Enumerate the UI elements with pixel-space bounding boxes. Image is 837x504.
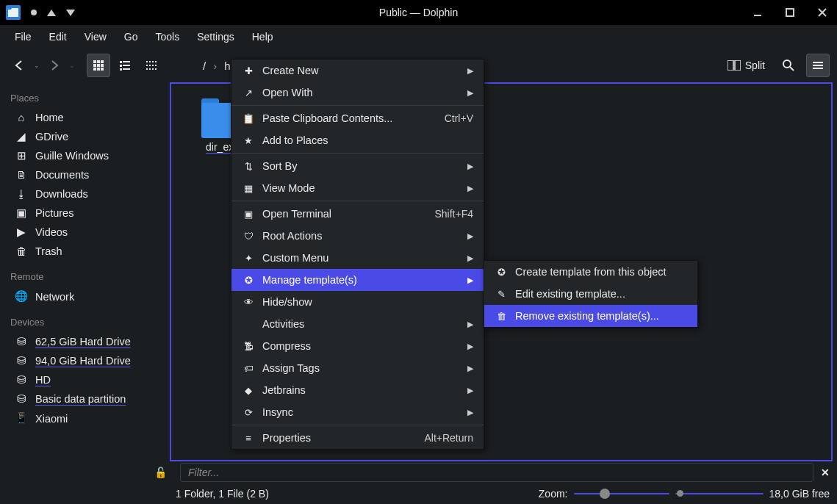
shortcut-label: Alt+Return xyxy=(424,432,473,444)
disk-icon: ⛁ xyxy=(15,336,28,348)
submenu-item-edit-existing-template[interactable]: ✎Edit existing template... xyxy=(484,283,697,305)
sidebar-item-pictures[interactable]: ▣Pictures xyxy=(4,204,161,223)
sidebar-item-basic-partition[interactable]: ⛁Basic data partition xyxy=(4,389,161,408)
context-menu-item-hide-show[interactable]: 👁Hide/show xyxy=(231,291,484,313)
search-button[interactable] xyxy=(777,54,800,77)
context-menu-item-open-with[interactable]: ↗Open With▶ xyxy=(231,82,484,104)
zoom-label: Zoom: xyxy=(539,488,568,500)
maximize-button[interactable] xyxy=(781,4,799,21)
menu-help[interactable]: Help xyxy=(245,26,281,47)
menu-file[interactable]: File xyxy=(7,26,39,47)
svg-rect-8 xyxy=(93,68,96,71)
context-menu-label: Manage template(s) xyxy=(262,274,460,286)
sidebar-item-hd[interactable]: ⛁HD xyxy=(4,370,161,389)
shade-icon[interactable] xyxy=(31,10,37,15)
context-menu-label: Assign Tags xyxy=(262,362,460,374)
compact-view-button[interactable] xyxy=(113,54,137,77)
forward-button[interactable] xyxy=(43,54,66,77)
chevron-right-icon: ▶ xyxy=(467,364,473,373)
svg-rect-4 xyxy=(101,60,104,63)
forward-dropdown-icon[interactable]: ⌄ xyxy=(69,62,75,69)
context-menu-item-jetbrains[interactable]: ◆Jetbrains▶ xyxy=(231,379,484,401)
sidebar-section-devices: Devices xyxy=(4,312,161,332)
context-menu-separator xyxy=(231,201,484,201)
root-icon: 🛡 xyxy=(242,231,255,242)
context-menu-label: Custom Menu xyxy=(262,252,460,264)
menu-view[interactable]: View xyxy=(77,26,114,47)
svg-rect-15 xyxy=(120,68,122,71)
chevron-right-icon: ▶ xyxy=(467,276,473,285)
svg-rect-13 xyxy=(120,65,122,67)
lock-icon[interactable]: 🔓 xyxy=(7,467,173,478)
minimize-button[interactable] xyxy=(749,4,766,21)
close-button[interactable] xyxy=(813,4,831,21)
context-menu-label: Create New xyxy=(262,65,460,76)
free-space-slider xyxy=(675,492,764,496)
context-menu-item-view-mode[interactable]: ▦View Mode▶ xyxy=(231,177,484,199)
clear-filter-button[interactable]: ✕ xyxy=(821,467,830,478)
sidebar-item-videos[interactable]: ▶Videos xyxy=(4,223,161,242)
sidebar-item-documents[interactable]: 🗎Documents xyxy=(4,165,161,184)
sidebar-item-drive-62[interactable]: ⛁62,5 GiB Hard Drive xyxy=(4,332,161,351)
back-button[interactable] xyxy=(7,54,31,77)
zoom-slider[interactable] xyxy=(574,492,669,496)
details-view-button[interactable] xyxy=(140,54,163,77)
svg-rect-33 xyxy=(813,65,823,66)
icon-view-button[interactable] xyxy=(87,54,110,77)
context-menu-item-assign-tags[interactable]: 🏷Assign Tags▶ xyxy=(231,357,484,379)
sidebar-item-network[interactable]: 🌐Network xyxy=(4,287,161,306)
context-menu-item-open-terminal[interactable]: ▣Open TerminalShift+F4 xyxy=(231,203,484,225)
submenu-item-create-template-from-this-object[interactable]: ✪Create template from this object xyxy=(484,261,697,283)
titlebar: Public — Dolphin xyxy=(0,0,837,25)
svg-rect-26 xyxy=(155,61,157,62)
context-menu-item-add-to-places[interactable]: ★Add to Places xyxy=(231,129,484,151)
jetbrains-icon: ◆ xyxy=(242,385,255,396)
context-menu-item-insync[interactable]: ⟳Insync▶ xyxy=(231,401,484,423)
context-menu-item-properties[interactable]: ≡PropertiesAlt+Return xyxy=(231,427,484,449)
sidebar-section-places: Places xyxy=(4,88,161,108)
sidebar-item-home[interactable]: ⌂Home xyxy=(4,108,161,127)
app-icon xyxy=(6,5,21,20)
context-menu-label: Root Actions xyxy=(262,230,460,242)
context-menu-item-sort-by[interactable]: ⇅Sort By▶ xyxy=(231,155,484,177)
context-menu-separator xyxy=(231,425,484,425)
svg-rect-23 xyxy=(152,61,154,62)
eye-icon: 👁 xyxy=(242,297,255,308)
context-menu-item-manage-template-s[interactable]: ✪Manage template(s)▶ xyxy=(231,269,484,291)
keep-above-icon[interactable] xyxy=(47,10,56,16)
svg-rect-32 xyxy=(813,62,823,63)
svg-rect-21 xyxy=(149,65,151,66)
filter-bar: 🔓 ✕ xyxy=(0,461,837,483)
menu-settings[interactable]: Settings xyxy=(190,26,242,47)
keep-below-icon[interactable] xyxy=(66,10,75,16)
sidebar-item-gdrive[interactable]: ◢GDrive xyxy=(4,127,161,146)
split-button[interactable]: Split xyxy=(722,57,771,74)
sidebar-item-drive-94[interactable]: ⛁94,0 GiB Hard Drive xyxy=(4,351,161,370)
menu-edit[interactable]: Edit xyxy=(42,26,74,47)
back-dropdown-icon[interactable]: ⌄ xyxy=(34,62,40,69)
paste-icon: 📋 xyxy=(242,113,255,124)
svg-rect-12 xyxy=(123,61,130,62)
sidebar-item-downloads[interactable]: ⭳Downloads xyxy=(4,184,161,204)
sidebar-item-guille-windows[interactable]: ⊞Guille Windows xyxy=(4,146,161,165)
sidebar: Places ⌂Home ◢GDrive ⊞Guille Windows 🗎Do… xyxy=(0,82,165,461)
context-menu-item-activities[interactable]: Activities▶ xyxy=(231,313,484,335)
hamburger-button[interactable] xyxy=(806,54,830,77)
context-menu-item-create-new[interactable]: ✚Create New▶ xyxy=(231,60,484,82)
svg-point-31 xyxy=(783,60,791,68)
context-menu: ✚Create New▶↗Open With▶📋Paste Clipboard … xyxy=(231,59,484,450)
svg-rect-11 xyxy=(120,61,122,63)
context-menu-item-root-actions[interactable]: 🛡Root Actions▶ xyxy=(231,225,484,247)
context-menu-item-custom-menu[interactable]: ✦Custom Menu▶ xyxy=(231,247,484,269)
sidebar-item-xiaomi[interactable]: 📱Xiaomi xyxy=(4,408,161,428)
context-menu-item-paste-clipboard-contents[interactable]: 📋Paste Clipboard Contents...Ctrl+V xyxy=(231,107,484,129)
breadcrumb-root[interactable]: / xyxy=(203,60,206,72)
chevron-right-icon: ▶ xyxy=(467,342,473,351)
sidebar-item-trash[interactable]: 🗑Trash xyxy=(4,242,161,261)
menu-go[interactable]: Go xyxy=(117,26,146,47)
filter-input[interactable] xyxy=(180,463,813,482)
svg-rect-24 xyxy=(152,65,154,66)
menu-tools[interactable]: Tools xyxy=(148,26,187,47)
submenu-item-remove-existing-template-s[interactable]: 🗑Remove existing template(s)... xyxy=(484,305,697,327)
context-menu-item-compress[interactable]: 🗜Compress▶ xyxy=(231,335,484,357)
